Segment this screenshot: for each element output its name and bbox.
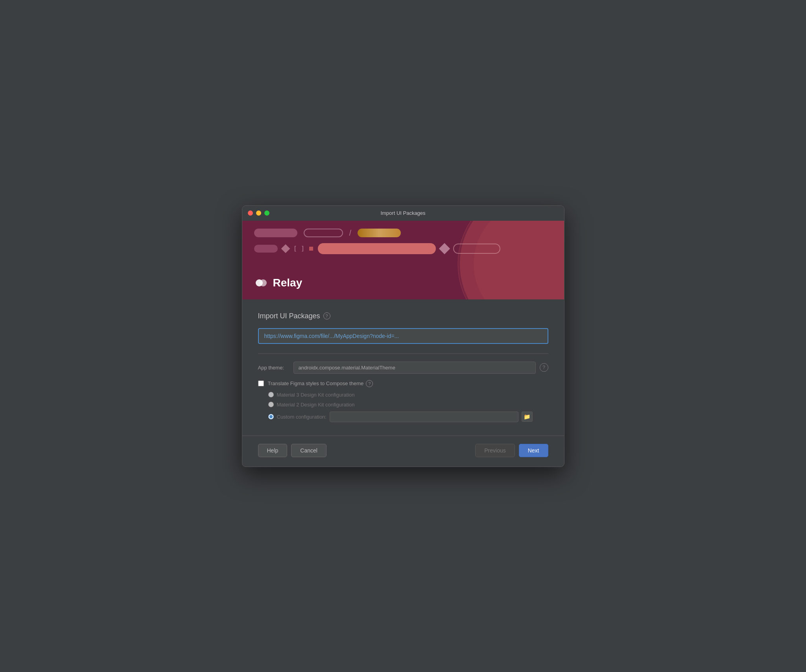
radio-material2-label: Material 2 Design Kit configuration (277, 402, 355, 408)
section-title-text: Import UI Packages (258, 312, 320, 320)
radio-custom-row: Custom configuration: 📁 (268, 412, 548, 422)
section-help-icon[interactable]: ? (323, 312, 330, 319)
deco-slash: / (349, 229, 352, 238)
footer-right-buttons: Previous Next (475, 444, 548, 457)
app-theme-input[interactable] (293, 362, 536, 374)
radio-material2[interactable] (268, 402, 274, 407)
app-theme-help-icon[interactable]: ? (540, 363, 548, 372)
translate-checkbox[interactable] (258, 380, 264, 386)
relay-logo-text: Relay (273, 277, 302, 289)
deco-pill-gradient (358, 229, 401, 237)
deco-pill-1 (254, 229, 297, 237)
footer: Help Cancel Previous Next (242, 436, 564, 467)
previous-button[interactable]: Previous (475, 444, 515, 457)
relay-logo: Relay (254, 276, 302, 290)
hero-row2: [ ] (254, 243, 552, 254)
hero-banner: / [ ] Relay (242, 221, 564, 299)
folder-icon: 📁 (524, 414, 530, 420)
radio-custom[interactable] (268, 414, 274, 419)
radio-material3[interactable] (268, 392, 274, 397)
radio-custom-label: Custom configuration: (277, 414, 326, 420)
radio-material3-row: Material 3 Design Kit configuration (268, 392, 548, 398)
minimize-button[interactable] (256, 210, 261, 216)
app-theme-row: App theme: ? (258, 362, 548, 374)
section-title-row: Import UI Packages ? (258, 312, 548, 320)
help-button[interactable]: Help (258, 444, 288, 457)
deco-pill-outline-2 (453, 244, 500, 254)
url-input-wrapper (258, 328, 548, 344)
deco-pill-small (254, 245, 278, 253)
app-window: Import UI Packages / [ ] (242, 205, 564, 467)
hero-row1: / (254, 229, 552, 238)
deco-diamond-1 (281, 244, 290, 253)
relay-logo-icon (254, 276, 268, 290)
deco-square (309, 247, 313, 251)
deco-diamond-2 (439, 243, 450, 254)
cancel-button[interactable]: Cancel (291, 444, 326, 457)
close-button[interactable] (248, 210, 253, 216)
divider (258, 353, 548, 354)
figma-url-input[interactable] (258, 328, 548, 344)
custom-config-input[interactable] (330, 412, 518, 422)
deco-pill-outline-1 (304, 229, 343, 237)
maximize-button[interactable] (264, 210, 269, 216)
svg-point-5 (260, 279, 267, 286)
window-title: Import UI Packages (380, 210, 425, 216)
translate-help-icon[interactable]: ? (366, 380, 373, 387)
radio-material3-label: Material 3 Design Kit configuration (277, 392, 355, 398)
main-content: Import UI Packages ? App theme: ? Transl… (242, 299, 564, 436)
translate-checkbox-row: Translate Figma styles to Compose theme … (258, 380, 548, 387)
footer-left-buttons: Help Cancel (258, 444, 326, 457)
title-bar: Import UI Packages (242, 206, 564, 221)
folder-browse-button[interactable]: 📁 (522, 412, 533, 422)
app-theme-label: App theme: (258, 365, 293, 371)
radio-group: Material 3 Design Kit configuration Mate… (258, 392, 548, 422)
radio-material2-row: Material 2 Design Kit configuration (268, 402, 548, 408)
deco-bracket: [ ] (293, 245, 305, 252)
translate-label: Translate Figma styles to Compose theme … (268, 380, 373, 387)
deco-pill-salmon (318, 243, 436, 254)
next-button[interactable]: Next (519, 444, 548, 457)
window-controls (248, 210, 269, 216)
